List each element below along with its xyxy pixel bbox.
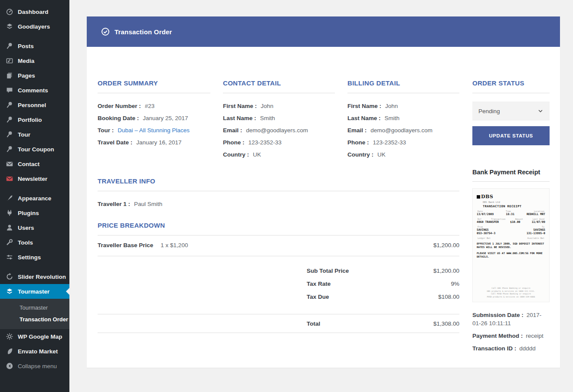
field-label: Transaction ID : [472, 345, 516, 352]
field-row: Transaction ID :ddddd [472, 344, 550, 353]
sidebar-item-label: Portfolio [18, 117, 42, 123]
sliders-icon [6, 253, 13, 261]
field-value: John [261, 103, 273, 109]
sidebar-item-plugins[interactable]: Plugins [0, 206, 69, 220]
total-label: Total [307, 320, 320, 327]
field-label: Email : [223, 127, 242, 134]
price-item-name: Traveller Base Price [98, 242, 153, 248]
field-label: Payment Method : [472, 333, 523, 339]
sidebar-item-label: Slider Revolution [18, 274, 66, 280]
refresh-icon [6, 273, 13, 281]
check-circle-icon [101, 27, 110, 36]
field-value: Smith [260, 115, 275, 121]
sidebar-item-dashboard[interactable]: Dashboard [0, 4, 69, 19]
divider [223, 93, 335, 93]
sidebar-item-appearance[interactable]: Appearance [0, 191, 69, 206]
sidebar-item-contact[interactable]: Contact [0, 157, 69, 171]
layers-icon [6, 287, 13, 295]
field-label: First Name : [223, 103, 257, 109]
sidebar-item-personnel[interactable]: Personnel [0, 98, 69, 112]
field-row: Phone :123-2352-33 [223, 137, 335, 149]
sidebar-item-settings[interactable]: Settings [0, 250, 69, 265]
field-value: UK [377, 151, 386, 158]
billing-detail-section: BILLING DETAIL First Name :JohnLast Name… [347, 79, 459, 161]
payment-meta-fields: Submission Date :2017-01-26 10:11:11Paym… [472, 311, 550, 353]
receipt-cell: 053-38754-3 [477, 232, 495, 235]
sidebar-item-portfolio[interactable]: Portfolio [0, 112, 69, 127]
sidebar-item-comments[interactable]: Comments [0, 83, 69, 98]
summary-label: Tax Rate [307, 278, 331, 291]
sidebar-item-label: Pages [18, 72, 35, 79]
field-value: receipt [526, 333, 544, 339]
order-status-select[interactable]: Pending [472, 101, 550, 121]
receipt-cell: SAVINGS [477, 228, 488, 232]
sidebar-subitem-transaction-order[interactable]: Transaction Order [0, 314, 69, 325]
update-status-button[interactable]: UPDATE STATUS [472, 126, 550, 145]
field-row: Travel Date :January 16, 2017 [98, 137, 210, 149]
field-row: Booking Date :January 25, 2017 [98, 112, 210, 124]
sidebar-item-label: Dashboard [18, 9, 49, 15]
sidebar-item-newsletter[interactable]: Newsletter [0, 171, 69, 186]
price-item-amount: $1,200.00 [433, 242, 459, 248]
divider [472, 93, 550, 93]
field-row: First Name :John [223, 100, 335, 112]
sidebar-item-tools[interactable]: Tools [0, 235, 69, 250]
sidebar-item-label: Collapse menu [18, 363, 57, 369]
field-label: Order Number : [98, 103, 141, 109]
sidebar-subitem-tourmaster[interactable]: Tourmaster [0, 302, 69, 314]
field-label: First Name : [347, 103, 381, 109]
divider [98, 93, 210, 93]
sidebar-item-label: Plugins [18, 210, 39, 216]
receipt-header-row: Ledger BalAvailable Bal [477, 237, 545, 239]
sidebar-item-users[interactable]: Users [0, 220, 69, 235]
sidebar-item-tour[interactable]: Tour [0, 127, 69, 142]
admin-sidebar: DashboardGoodlayersPostsMediaPagesCommen… [0, 0, 69, 392]
sidebar-item-pages[interactable]: Pages [0, 68, 69, 83]
sidebar-item-tourmaster[interactable]: Tourmaster [0, 284, 69, 299]
order-status-title: ORDER STATUS [472, 79, 550, 87]
field-label: Country : [347, 151, 373, 158]
layers-icon [6, 23, 13, 30]
summary-amount: $108.00 [438, 291, 459, 304]
traveller-info-fields: Traveller 1 :Paul Smith [98, 198, 459, 210]
order-summary-title: ORDER SUMMARY [98, 79, 210, 87]
field-row: Last Name :Smith [347, 112, 459, 124]
field-row: Country :UK [347, 149, 459, 161]
sidebar-submenu: TourmasterTransaction Order [0, 299, 69, 329]
sidebar-item-wp-google-map[interactable]: WP Google Map [0, 329, 69, 344]
field-label: Country : [223, 151, 249, 158]
contact-detail-fields: First Name :JohnLast Name :SmithEmail :d… [223, 100, 335, 161]
field-row: Email :demo@goodlayers.com [223, 124, 335, 137]
bank-receipt-image[interactable]: DBSDBS Bank LtdTRANSACTION RECEIPTDateTi… [472, 188, 550, 302]
sidebar-item-slider-revolution[interactable]: Slider Revolution [0, 269, 69, 284]
field-value: demo@goodlayers.com [370, 127, 432, 134]
wrench-icon [6, 238, 13, 246]
sidebar-item-tour-coupon[interactable]: Tour Coupon [0, 142, 69, 157]
field-label: Phone : [223, 139, 245, 146]
sidebar-item-goodlayers[interactable]: Goodlayers [0, 19, 69, 34]
order-summary-section: ORDER SUMMARY Order Number :#23Booking D… [98, 79, 210, 161]
divider [347, 93, 459, 93]
sidebar-item-envato-market[interactable]: Envato Market [0, 344, 69, 359]
menu-separator [0, 265, 69, 269]
media-icon [6, 57, 13, 65]
receipt-title: TRANSACTION RECEIPT [483, 205, 545, 208]
field-row: Phone :123-2352-33 [347, 137, 459, 149]
field-value-link[interactable]: Dubai – All Stunning Places [118, 127, 190, 134]
sidebar-item-collapse-menu[interactable]: Collapse menu [0, 359, 69, 373]
pin-icon [6, 101, 13, 109]
field-value: ddddd [519, 345, 536, 352]
sidebar-item-label: Tools [18, 239, 33, 246]
divider [472, 181, 550, 182]
receipt-spacer [477, 258, 545, 287]
chevron-down-icon [537, 108, 544, 114]
sidebar-item-label: WP Google Map [18, 333, 62, 340]
dbs-logo: DBS [477, 194, 545, 199]
dbs-logo-mark [477, 195, 480, 199]
sidebar-item-media[interactable]: Media [0, 53, 69, 68]
sidebar-item-posts[interactable]: Posts [0, 39, 69, 53]
pin-icon [6, 42, 13, 50]
receipt-cell: 18:31 [506, 212, 514, 216]
receipt-notice: PLEASE VISIT US AT WWW.DBS.COM/SG FOR MO… [477, 252, 545, 258]
sidebar-item-label: Users [18, 225, 34, 231]
